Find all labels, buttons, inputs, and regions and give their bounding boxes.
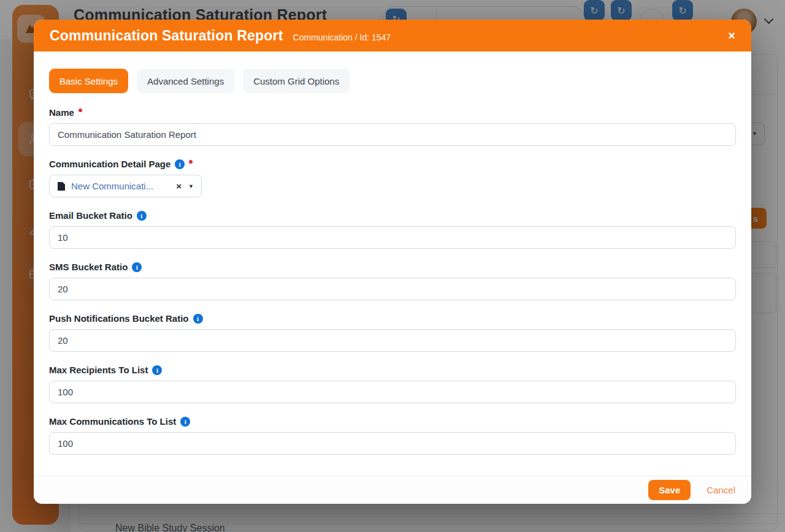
modal-body: Basic Settings Advanced Settings Custom … xyxy=(34,51,751,476)
field-sms-bucket-ratio: SMS Bucket Ratio i xyxy=(49,262,736,300)
info-icon[interactable]: i xyxy=(193,314,203,324)
caret-down-icon[interactable]: ▼ xyxy=(188,183,194,189)
sms-bucket-ratio-input[interactable] xyxy=(49,278,736,300)
picker-value: New Communicati... xyxy=(71,181,170,191)
push-notifications-bucket-ratio-input[interactable] xyxy=(49,329,736,352)
save-button[interactable]: Save xyxy=(648,480,691,500)
field-communication-detail-page: Communication Detail Page i New Communic… xyxy=(49,159,736,197)
field-label: Max Communications To List i xyxy=(49,416,736,427)
modal-title: Communication Saturation Report xyxy=(50,28,283,44)
label-text: Name xyxy=(49,107,74,118)
screen: Communication Saturation Report ↻ ↻ ↻ ↻ xyxy=(0,0,785,532)
close-icon[interactable]: × xyxy=(728,29,735,42)
label-text: Max Communications To List xyxy=(49,416,176,427)
field-label: Max Recipients To List i xyxy=(49,365,736,375)
required-indicator xyxy=(78,108,82,112)
field-max-recipients-to-list: Max Recipients To List i xyxy=(49,365,736,403)
clear-icon[interactable]: × xyxy=(176,181,182,191)
label-text: Email Bucket Ratio xyxy=(49,210,132,221)
info-icon[interactable]: i xyxy=(175,159,185,169)
tab-bar: Basic Settings Advanced Settings Custom … xyxy=(49,69,736,93)
info-icon[interactable]: i xyxy=(137,211,147,221)
max-communications-to-list-input[interactable] xyxy=(49,432,736,455)
file-icon xyxy=(57,181,66,191)
field-label: Communication Detail Page i xyxy=(49,159,736,169)
info-icon[interactable]: i xyxy=(132,262,142,272)
label-text: SMS Bucket Ratio xyxy=(49,262,128,272)
tab-basic-settings[interactable]: Basic Settings xyxy=(49,69,128,93)
modal-footer: Save Cancel xyxy=(34,476,751,504)
modal: Communication Saturation Report Communic… xyxy=(34,20,751,504)
field-email-bucket-ratio: Email Bucket Ratio i xyxy=(49,210,736,249)
field-label: Push Notifications Bucket Ratio i xyxy=(49,313,736,324)
modal-subtitle: Communication / Id: 1547 xyxy=(293,32,391,42)
field-push-notifications-bucket-ratio: Push Notifications Bucket Ratio i xyxy=(49,313,736,352)
max-recipients-to-list-input[interactable] xyxy=(49,381,736,403)
email-bucket-ratio-input[interactable] xyxy=(49,226,736,249)
required-indicator xyxy=(189,160,193,164)
info-icon[interactable]: i xyxy=(180,417,190,427)
field-label: Email Bucket Ratio i xyxy=(49,210,736,221)
name-input[interactable] xyxy=(49,123,736,146)
field-label: Name xyxy=(49,107,736,118)
label-text: Communication Detail Page xyxy=(49,159,170,169)
tab-custom-grid-options[interactable]: Custom Grid Options xyxy=(243,69,350,93)
field-label: SMS Bucket Ratio i xyxy=(49,262,736,272)
label-text: Push Notifications Bucket Ratio xyxy=(49,313,189,324)
tab-advanced-settings[interactable]: Advanced Settings xyxy=(137,69,234,93)
field-max-communications-to-list: Max Communications To List i xyxy=(49,416,736,455)
cancel-button[interactable]: Cancel xyxy=(706,485,735,495)
field-name: Name xyxy=(49,107,736,146)
page-picker[interactable]: New Communicati... × ▼ xyxy=(49,175,202,197)
info-icon[interactable]: i xyxy=(152,365,162,375)
modal-header: Communication Saturation Report Communic… xyxy=(34,20,751,51)
label-text: Max Recipients To List xyxy=(49,365,148,375)
